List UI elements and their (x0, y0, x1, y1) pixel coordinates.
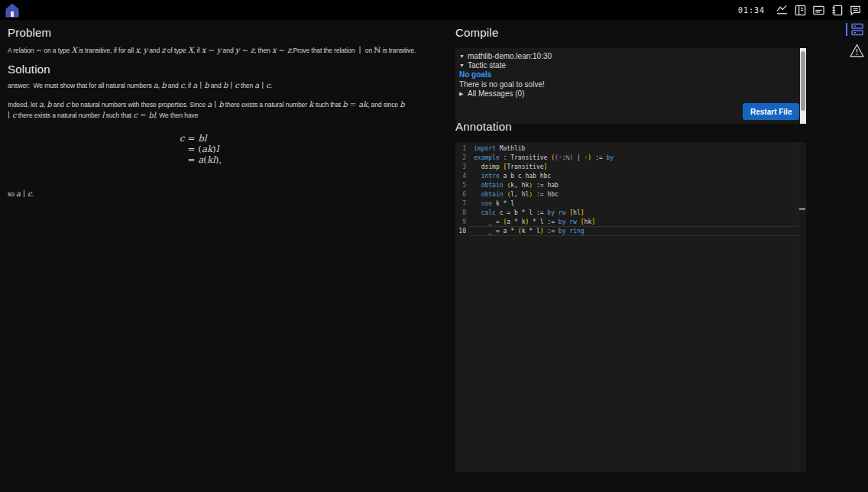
minimap[interactable] (798, 142, 806, 472)
minimap-marker (799, 208, 805, 210)
line-number: 7 (455, 199, 466, 209)
code-area[interactable]: import Mathlibexample : Transitive ((·:ℕ… (474, 144, 797, 236)
code-line-10[interactable]: _ = a * (k * l) := by ring (474, 227, 797, 236)
line-number: 3 (455, 163, 466, 172)
top-bar: 01:34 (0, 0, 868, 20)
chat-icon[interactable] (849, 4, 862, 17)
math-equals: = (184, 134, 198, 143)
collapse-arrow-icon[interactable]: ▼ (459, 52, 468, 61)
code-line-5[interactable]: obtain ⟨k, hk⟩ := hab (474, 181, 797, 190)
notebook-icon[interactable] (831, 4, 844, 17)
reference-book-icon[interactable] (794, 4, 807, 17)
line-number: 6 (455, 190, 466, 199)
infoview-scrollbar[interactable] (800, 48, 806, 124)
flashcards-icon[interactable] (812, 4, 825, 17)
home-button[interactable] (5, 3, 20, 18)
math-lhs: c (180, 134, 185, 143)
line-number-gutter: 12345678910 (455, 144, 466, 236)
scrollbar-thumb[interactable] (801, 51, 805, 111)
code-line-9[interactable]: _ = (a * k) * l := by rw [hk] (474, 218, 797, 227)
home-icon (5, 3, 20, 18)
line-number: 1 (455, 144, 466, 154)
line-number: 2 (455, 154, 466, 163)
code-line-3[interactable]: dsimp [Transitive] (474, 163, 797, 172)
line-number: 5 (455, 181, 466, 190)
code-line-8[interactable]: calc c = b * l := by rw [hl] (474, 209, 797, 218)
code-line-1[interactable]: import Mathlib (474, 144, 797, 154)
active-indicator (846, 23, 847, 36)
solution-body: Indeed, let a, b and c be natural number… (8, 99, 408, 121)
math-rhs: bl (198, 134, 222, 143)
problem-title: Problem (8, 26, 51, 39)
infoview-panel: ▼mathlib-demo.lean:10:30▼Tactic stateNo … (455, 48, 806, 124)
math-lhs (180, 145, 185, 154)
infoview-text: mathlib-demo.lean:10:30 (468, 52, 552, 60)
code-line-2[interactable]: example : Transitive ((·:ℕ) | ·) := by (474, 154, 797, 163)
line-number: 8 (455, 209, 466, 218)
math-rhs: (ak)l (198, 145, 222, 154)
panel-stack-icon (851, 23, 863, 36)
activity-chart-icon[interactable] (776, 4, 789, 17)
infoview-content: ▼mathlib-demo.lean:10:30▼Tactic stateNo … (455, 48, 806, 99)
collapse-arrow-icon[interactable]: ▼ (459, 61, 468, 70)
infoview-line[interactable]: ▼Tactic state (459, 61, 795, 70)
code-line-4[interactable]: intro a b c hab hbc (474, 172, 797, 181)
infoview-line: There is no goal to solve! (459, 80, 795, 89)
annotation-title: Annotation (455, 120, 512, 133)
infoview-line[interactable]: ▼mathlib-demo.lean:10:30 (459, 52, 795, 61)
infoview-line: No goals (459, 70, 795, 79)
solution-conclusion: so a ∣ c. (8, 189, 34, 199)
math-lhs (180, 156, 185, 164)
problem-text: A relation ∼ on a type X is transitive, … (8, 45, 426, 56)
solution-title: Solution (8, 63, 50, 76)
math-equals: = (184, 156, 198, 164)
solution-answer: answer: We must show that for all natura… (8, 80, 426, 91)
infoview-text: There is no goal to solve! (459, 80, 545, 89)
line-number: 4 (455, 172, 466, 181)
code-editor[interactable]: 12345678910 import Mathlibexample : Tran… (455, 142, 806, 472)
code-line-7[interactable]: use k * l (474, 199, 797, 209)
compile-title: Compile (455, 26, 498, 39)
timer: 01:34 (738, 6, 765, 15)
infoview-line[interactable]: ▶All Messages (0) (459, 89, 795, 99)
infoview-text: No goals (459, 70, 491, 79)
panel-stack-button[interactable] (851, 23, 863, 39)
warning-button[interactable] (849, 43, 865, 62)
collapse-arrow-icon[interactable]: ▶ (459, 89, 468, 99)
line-number: 9 (455, 218, 466, 227)
math-equals: = (184, 145, 198, 154)
math-rhs: a(kl), (198, 156, 222, 164)
line-number: 10 (455, 227, 466, 236)
restart-file-button[interactable]: Restart File (743, 103, 799, 120)
infoview-text: All Messages (0) (468, 89, 524, 98)
code-line-6[interactable]: obtain ⟨l, hl⟩ := hbc (474, 190, 797, 199)
infoview-text: Tactic state (468, 61, 506, 70)
warning-icon (849, 43, 865, 59)
display-math: c = bl = (ak)l = a(kl), (8, 134, 394, 164)
